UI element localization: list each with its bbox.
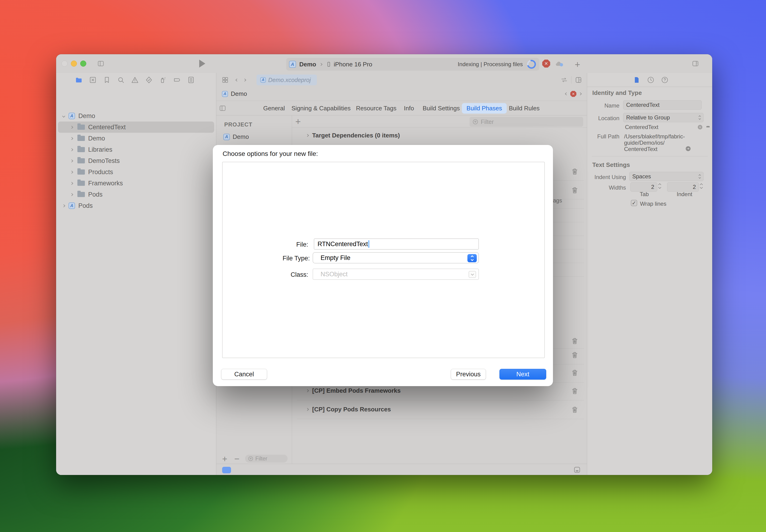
disclosure-right-icon[interactable] xyxy=(306,134,309,137)
previous-button[interactable]: Previous xyxy=(451,369,486,380)
prev-issue-icon[interactable] xyxy=(565,92,568,95)
name-label: Name xyxy=(587,102,619,109)
file-type-popup[interactable]: Empty File xyxy=(312,252,479,263)
trash-icon[interactable] xyxy=(571,186,579,194)
trash-icon[interactable] xyxy=(571,387,579,395)
next-issue-icon[interactable] xyxy=(579,92,582,95)
debug-navigator-icon[interactable] xyxy=(159,76,167,84)
trash-icon[interactable] xyxy=(571,168,579,176)
breadcrumb[interactable]: Demo xyxy=(231,90,247,97)
tab-general[interactable]: General xyxy=(263,105,285,112)
disclosure-right-icon[interactable] xyxy=(306,408,309,411)
location-popup[interactable]: Relative to Group xyxy=(623,113,704,122)
cancel-button[interactable]: Cancel xyxy=(221,369,267,380)
sidebar-item-demo-project[interactable]: A Demo xyxy=(56,110,216,122)
tab-signing-capabilities[interactable]: Signing & Capabilities xyxy=(291,105,351,112)
toggle-left-column-icon[interactable] xyxy=(219,105,226,112)
next-button[interactable]: Next xyxy=(500,369,546,380)
sidebar-item-pods-group[interactable]: Pods xyxy=(56,189,216,200)
trash-icon[interactable] xyxy=(571,369,579,377)
scheme-and-status-bar[interactable]: A Demo iPhone 16 Pro Indexing | Processi… xyxy=(286,58,539,71)
file-inspector-icon[interactable] xyxy=(633,76,640,84)
clear-group-icon[interactable] xyxy=(697,124,703,130)
sidebar-item-demotests[interactable]: DemoTests xyxy=(56,155,216,166)
reveal-path-arrow-icon[interactable] xyxy=(685,145,691,152)
code-review-icon[interactable] xyxy=(561,76,568,84)
debug-area-toggle-icon[interactable] xyxy=(573,466,581,474)
disclosure-right-icon[interactable] xyxy=(70,182,73,185)
file-name-input[interactable]: RTNCenteredText xyxy=(314,238,479,250)
class-combobox[interactable]: NSObject xyxy=(312,269,479,280)
disclosure-right-icon[interactable] xyxy=(70,193,73,196)
project-navigator-icon[interactable] xyxy=(75,76,83,84)
related-items-icon[interactable] xyxy=(221,76,229,84)
filter-bar-toggle-icon[interactable] xyxy=(222,467,231,473)
find-navigator-icon[interactable] xyxy=(117,76,125,84)
sidebar-item-centeredtext[interactable]: CenteredText xyxy=(56,122,216,133)
zoom-button[interactable] xyxy=(80,61,86,67)
disclosure-right-icon[interactable] xyxy=(70,171,73,174)
disclosure-down-icon[interactable] xyxy=(62,115,65,118)
sidebar-item-libraries[interactable]: Libraries xyxy=(56,144,216,155)
bookmark-navigator-icon[interactable] xyxy=(103,76,111,84)
help-inspector-icon[interactable] xyxy=(661,76,669,84)
breakpoint-navigator-icon[interactable] xyxy=(173,76,181,84)
add-split-editor-icon[interactable] xyxy=(575,76,582,84)
test-navigator-icon[interactable] xyxy=(145,76,153,84)
phase-row-target-dependencies[interactable]: Target Dependencies (0 items) xyxy=(306,132,400,139)
tab-width-field[interactable]: 2 xyxy=(630,182,657,192)
indent-using-popup[interactable]: Spaces xyxy=(629,172,704,181)
name-field[interactable]: CenteredText xyxy=(623,100,702,110)
toggle-navigator-icon[interactable] xyxy=(97,60,105,67)
sidebar-item-pods-project[interactable]: A Pods xyxy=(56,200,216,211)
disclosure-right-icon[interactable] xyxy=(62,204,65,207)
run-button[interactable] xyxy=(199,60,205,68)
build-phases-filter-field[interactable]: Filter xyxy=(470,117,583,127)
tab-info[interactable]: Info xyxy=(404,105,414,112)
trash-icon[interactable] xyxy=(571,351,579,359)
phase-row-embed-pods-frameworks[interactable]: [CP] Embed Pods Frameworks xyxy=(306,387,401,394)
go-back-icon[interactable] xyxy=(235,79,238,82)
issue-navigator-icon[interactable] xyxy=(131,76,139,84)
cloud-status-icon xyxy=(554,60,564,68)
add-target-plus-icon[interactable]: + xyxy=(222,454,227,464)
scheme-project-name[interactable]: Demo xyxy=(299,61,316,68)
indent-width-stepper[interactable] xyxy=(700,184,702,188)
trash-icon[interactable] xyxy=(571,337,579,345)
source-control-navigator-icon[interactable] xyxy=(89,76,97,84)
tab-width-stepper[interactable] xyxy=(659,184,661,188)
add-build-phase-icon[interactable]: + xyxy=(295,116,301,127)
indent-width-field[interactable]: 2 xyxy=(667,182,699,192)
close-button[interactable] xyxy=(61,61,68,67)
toggle-inspector-icon[interactable] xyxy=(691,60,700,67)
tab-build-rules[interactable]: Build Rules xyxy=(509,105,540,112)
disclosure-right-icon[interactable] xyxy=(306,389,309,392)
remove-target-minus-icon[interactable]: − xyxy=(234,454,239,464)
sidebar-item-demo-group[interactable]: Demo xyxy=(56,133,216,144)
tab-resource-tags[interactable]: Resource Tags xyxy=(356,105,397,112)
trash-icon[interactable] xyxy=(571,406,579,414)
tab-build-settings[interactable]: Build Settings xyxy=(423,105,460,112)
report-navigator-icon[interactable] xyxy=(187,76,195,84)
disclosure-right-icon[interactable] xyxy=(70,159,73,162)
targets-filter-field[interactable]: Filter xyxy=(245,455,287,463)
add-editor-plus-icon[interactable]: + xyxy=(575,59,580,70)
wrap-lines-checkbox[interactable]: ✓ xyxy=(631,200,637,206)
history-inspector-icon[interactable] xyxy=(647,76,655,84)
run-destination[interactable]: iPhone 16 Pro xyxy=(334,61,372,68)
disclosure-right-icon[interactable] xyxy=(70,137,73,140)
disclosure-right-icon[interactable] xyxy=(70,148,73,151)
sidebar-item-products[interactable]: Products xyxy=(56,166,216,178)
project-list-item-demo[interactable]: A Demo xyxy=(223,133,249,140)
folder-icon xyxy=(77,169,85,175)
minimize-button[interactable] xyxy=(71,61,77,67)
tab-demo-xcodeproj[interactable]: A Demo.xcodeproj xyxy=(256,75,317,85)
editor-bottom-bar xyxy=(216,464,587,475)
issue-badge[interactable]: ✕ xyxy=(570,91,576,97)
error-count-badge[interactable]: ✕ xyxy=(542,60,550,68)
sidebar-item-frameworks[interactable]: Frameworks xyxy=(56,178,216,189)
phase-row-copy-pods-resources[interactable]: [CP] Copy Pods Resources xyxy=(306,406,391,413)
tab-build-phases[interactable]: Build Phases xyxy=(462,103,507,114)
go-forward-icon[interactable] xyxy=(243,79,246,82)
tab-caption: Tab xyxy=(640,191,649,198)
